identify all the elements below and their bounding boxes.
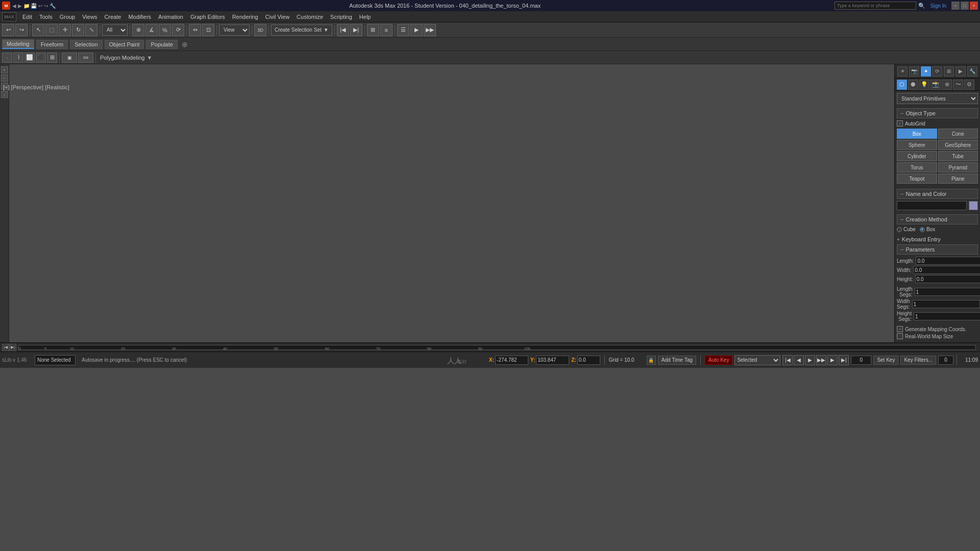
- subicon-spacewarps[interactable]: 〜: [953, 80, 963, 90]
- keyboard-entry-expand[interactable]: +: [897, 237, 900, 242]
- panel-icon-motion[interactable]: ▶: [955, 66, 966, 77]
- lock-icon[interactable]: 🔒: [647, 356, 656, 365]
- tab-object-paint[interactable]: Object Paint: [105, 40, 144, 49]
- filter-dropdown[interactable]: All: [102, 24, 128, 36]
- mirror-button[interactable]: ⇔: [189, 24, 201, 36]
- menu-rendering[interactable]: Rendering: [229, 13, 261, 21]
- tab-options-button[interactable]: ⊕: [182, 40, 188, 48]
- subicon-geometry[interactable]: ⬡: [897, 80, 907, 90]
- poly-element[interactable]: ⊞: [47, 53, 57, 63]
- autogrid-checkbox[interactable]: [897, 120, 903, 127]
- go-to-start[interactable]: |◀: [782, 355, 793, 365]
- btn-box[interactable]: Box: [897, 129, 937, 139]
- layer-manager[interactable]: ⊞: [367, 24, 379, 36]
- polygon-modeling-arrow[interactable]: ▼: [146, 55, 152, 61]
- btn-teapot[interactable]: Teapot: [897, 173, 937, 184]
- panel-icon-render[interactable]: 📷: [909, 66, 919, 77]
- btn-geosphere[interactable]: GeoSphere: [938, 140, 978, 150]
- close-button[interactable]: ×: [970, 2, 978, 10]
- length-input[interactable]: [916, 257, 980, 265]
- angle-snap-toggle[interactable]: ∡: [145, 24, 158, 36]
- render-setup[interactable]: ☰: [397, 24, 409, 36]
- x-coord-input[interactable]: [495, 356, 528, 365]
- object-name-input[interactable]: [897, 201, 967, 210]
- timeline-track[interactable]: 0 5 10 20 30 40 50 60 70 80 90 100: [18, 345, 976, 350]
- prev-frame[interactable]: ◀: [794, 355, 804, 365]
- add-time-tag-button[interactable]: Add Time Tag: [658, 356, 696, 365]
- create-selection-button[interactable]: Create Selection Set ▼: [271, 24, 332, 36]
- menu-tools[interactable]: Tools: [36, 13, 56, 21]
- tab-freeform[interactable]: Freeform: [36, 40, 68, 49]
- height-input[interactable]: [915, 275, 980, 283]
- poly-border[interactable]: ⬜: [24, 53, 35, 63]
- menu-customize[interactable]: Customize: [293, 13, 326, 21]
- generate-mapping-checkbox[interactable]: [897, 326, 903, 332]
- menu-modifiers[interactable]: Modifiers: [125, 13, 154, 21]
- poly-big-1[interactable]: ▣: [62, 53, 77, 63]
- menu-animation[interactable]: Animation: [155, 13, 186, 21]
- radio-box[interactable]: [920, 227, 925, 232]
- subicon-lights[interactable]: 💡: [919, 80, 929, 90]
- primitives-dropdown[interactable]: Standard Primitives: [897, 93, 978, 104]
- btn-tube[interactable]: Tube: [938, 151, 978, 161]
- rotate-button[interactable]: ↻: [72, 24, 84, 36]
- signin-button[interactable]: Sign In: [930, 3, 946, 9]
- width-segs-input[interactable]: [912, 300, 980, 308]
- named-selection-prev[interactable]: |◀: [337, 24, 349, 36]
- redo-button[interactable]: ↪: [15, 24, 28, 36]
- btn-pyramid[interactable]: Pyramid: [938, 162, 978, 172]
- snap-toggle[interactable]: ⊕: [132, 24, 144, 36]
- section-name-color[interactable]: Name and Color: [897, 189, 978, 199]
- length-segs-input[interactable]: [915, 288, 980, 296]
- play-button[interactable]: ▶: [805, 355, 815, 365]
- percent-snap[interactable]: %: [159, 24, 171, 36]
- poly-poly[interactable]: ⬛: [36, 53, 46, 63]
- restore-button[interactable]: □: [961, 2, 969, 10]
- set-key-button[interactable]: Set Key: [873, 356, 898, 365]
- menu-help[interactable]: Help: [356, 13, 374, 21]
- radio-cube[interactable]: [897, 227, 902, 232]
- go-to-end[interactable]: ▶|: [839, 355, 849, 365]
- tab-modeling[interactable]: Modeling: [2, 39, 34, 49]
- menu-create[interactable]: Create: [101, 13, 124, 21]
- panel-icon-utilities[interactable]: 🔧: [967, 66, 977, 77]
- timeline-start-btn[interactable]: |◀: [2, 344, 9, 351]
- undo-button[interactable]: ↩: [2, 24, 14, 36]
- tab-populate[interactable]: Populate: [146, 40, 177, 49]
- left-btn-3[interactable]: ↑: [1, 83, 8, 90]
- next-frame[interactable]: ▶: [827, 355, 838, 365]
- section-parameters[interactable]: Parameters: [897, 244, 978, 255]
- height-segs-input[interactable]: [914, 312, 980, 320]
- creation-box-option[interactable]: Box: [920, 227, 935, 232]
- play-all-button[interactable]: ▶▶: [816, 355, 826, 365]
- section-creation-method[interactable]: Creation Method: [897, 214, 978, 224]
- menu-views[interactable]: Views: [79, 13, 100, 21]
- minimize-button[interactable]: −: [951, 2, 960, 10]
- color-swatch[interactable]: [969, 201, 978, 210]
- spinner-snap[interactable]: ⟳: [172, 24, 184, 36]
- poly-big-2[interactable]: ≡≡: [78, 53, 93, 63]
- window-controls[interactable]: − □ ×: [951, 2, 978, 10]
- left-btn-2[interactable]: −: [1, 74, 8, 82]
- tab-selection[interactable]: Selection: [70, 40, 102, 49]
- y-coord-input[interactable]: [536, 356, 569, 365]
- time-display[interactable]: [851, 356, 871, 365]
- key-filters-button[interactable]: Key Filters...: [900, 356, 936, 365]
- select-region-button[interactable]: ⬚: [45, 24, 58, 36]
- scene-explorer[interactable]: ≡: [380, 24, 393, 36]
- subicon-systems[interactable]: ⚙: [964, 80, 974, 90]
- menu-group[interactable]: Group: [57, 13, 79, 21]
- poly-vertex[interactable]: ·: [2, 53, 12, 63]
- autokey-button[interactable]: Auto Key: [705, 356, 733, 365]
- align-button[interactable]: ⊡: [202, 24, 214, 36]
- search-input[interactable]: [835, 2, 916, 10]
- menu-scripting[interactable]: Scripting: [327, 13, 355, 21]
- frame-input[interactable]: [938, 356, 953, 365]
- btn-sphere[interactable]: Sphere: [897, 140, 937, 150]
- real-world-map-checkbox[interactable]: [897, 333, 903, 339]
- subicon-helpers[interactable]: ⊕: [942, 80, 952, 90]
- poly-edge[interactable]: ⌇: [13, 53, 23, 63]
- panel-icon-create[interactable]: ✦: [921, 66, 931, 77]
- menu-graph-editors[interactable]: Graph Editors: [187, 13, 228, 21]
- left-btn-1[interactable]: +: [1, 66, 8, 73]
